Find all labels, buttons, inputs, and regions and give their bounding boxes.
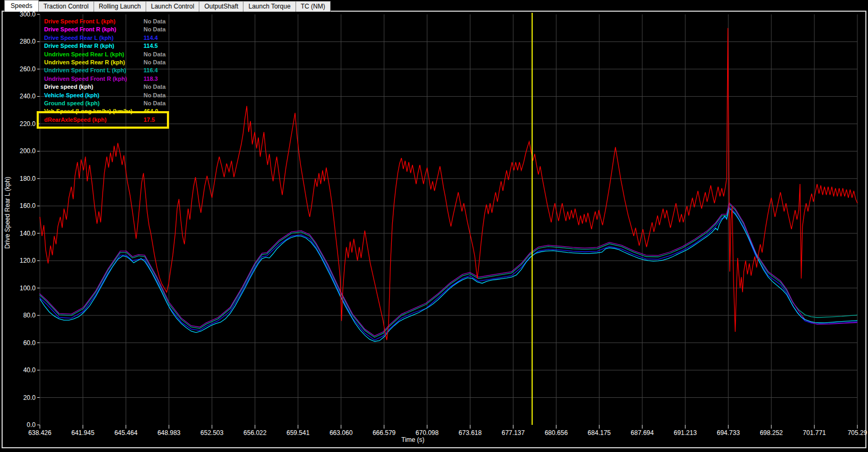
y-tick-label: 280.0: [20, 38, 36, 45]
legend-channel-label: Drive speed (kph): [44, 83, 93, 90]
legend-row[interactable]: Drive speed (kph)No Data: [44, 83, 132, 91]
legend-channel-value: No Data: [144, 51, 166, 58]
app-window: SpeedsTraction ControlRolling LaunchLaun…: [0, 0, 868, 452]
legend-channel-label: Drive Speed Front L (kph): [44, 18, 115, 24]
tab-speeds[interactable]: Speeds: [4, 0, 39, 12]
legend-channel-label: Undriven Speed Rear L (kph): [44, 51, 124, 57]
x-tick-label: 641.945: [71, 429, 95, 437]
y-tick-label: 40.0: [23, 366, 36, 374]
legend-channel-label: Undriven Speed Front R (kph): [44, 76, 127, 82]
legend-channel-label: Undriven Speed Rear R (kph): [44, 59, 125, 65]
legend-channel-value: 114.4: [144, 34, 158, 42]
tab-bar: SpeedsTraction ControlRolling LaunchLaun…: [4, 0, 330, 11]
tab-rolling-launch[interactable]: Rolling Launch: [94, 1, 146, 12]
y-tick-label: 100.0: [20, 284, 36, 292]
legend-row[interactable]: Ground speed (kph)No Data: [44, 99, 132, 107]
legend-row[interactable]: Undriven Speed Rear R (kph)No Data: [44, 58, 132, 66]
x-tick-label: 666.579: [373, 429, 396, 437]
legend-row[interactable]: Undriven Speed Rear L (kph)No Data: [44, 51, 132, 58]
highlight-box: [37, 111, 169, 129]
legend-channel-label: Drive Speed Rear R (kph): [44, 43, 114, 49]
tab-tc-nm-[interactable]: TC (NM): [296, 1, 331, 12]
y-tick-label: 120.0: [20, 257, 36, 264]
y-tick-label: 200.0: [20, 147, 36, 155]
legend-channel-value: 118.3: [144, 75, 158, 83]
legend-row[interactable]: Drive Speed Rear L (kph)114.4: [44, 34, 132, 42]
y-tick-label: 260.0: [20, 65, 36, 73]
tab-outputshaft[interactable]: OutputShaft: [199, 1, 243, 12]
x-tick-label: 645.464: [114, 429, 138, 437]
x-tick-label: 652.503: [200, 429, 224, 437]
legend-channel-value: 114.5: [144, 42, 158, 50]
x-tick-label: 694.733: [717, 429, 740, 437]
y-tick-label: 80.0: [23, 312, 36, 319]
legend-channel-value: No Data: [144, 18, 166, 26]
y-tick-label: 0.0: [27, 421, 36, 429]
x-axis-title: Time (s): [401, 436, 425, 443]
x-tick-label: 677.137: [502, 429, 525, 437]
x-tick-label: 659.541: [286, 429, 310, 437]
x-tick-label: 663.060: [330, 429, 353, 437]
y-tick-label: 240.0: [20, 93, 36, 100]
x-tick-label: 684.175: [588, 429, 611, 437]
legend-channel-label: Undriven Speed Front L (kph): [44, 67, 126, 73]
legend-row[interactable]: Drive Speed Rear R (kph)114.5: [44, 42, 132, 50]
x-tick-label: 701.771: [803, 429, 826, 437]
x-tick-label: 687.694: [631, 429, 654, 437]
x-tick-label: 648.983: [157, 429, 181, 437]
legend-channel-value: No Data: [144, 58, 166, 66]
y-axis-title: Drive Speed Rear L (kph): [4, 177, 11, 249]
legend-row[interactable]: Undriven Speed Front L (kph)116.4: [44, 66, 132, 74]
legend-channel-value: No Data: [144, 26, 166, 34]
x-tick-label: 680.656: [545, 429, 568, 437]
x-tick-label: 698.252: [760, 429, 783, 437]
legend-channel-value: No Data: [144, 91, 166, 99]
y-tick-label: 180.0: [20, 175, 36, 182]
y-tick-label: 160.0: [20, 202, 36, 210]
legend-channel-value: No Data: [144, 99, 166, 107]
x-tick-label: 673.618: [459, 429, 482, 437]
y-tick-label: 220.0: [20, 120, 36, 128]
x-tick-label: 670.098: [416, 429, 439, 437]
legend-channel-label: Vehicle Speed (kph): [44, 92, 99, 98]
channel-legend: Drive Speed Front L (kph)No DataDrive Sp…: [44, 18, 132, 124]
tab-launch-control[interactable]: Launch Control: [146, 1, 199, 12]
x-tick-label: 638.426: [28, 429, 52, 437]
legend-channel-label: Drive Speed Rear L (kph): [44, 35, 114, 41]
y-tick-label: 300.0: [20, 11, 36, 18]
legend-channel-value: 116.4: [144, 66, 158, 74]
y-tick-label: 20.0: [23, 394, 36, 401]
x-tick-label: 691.213: [674, 429, 697, 437]
legend-row[interactable]: Undriven Speed Front R (kph)118.3: [44, 75, 132, 83]
legend-row[interactable]: Drive Speed Front R (kph)No Data: [44, 26, 132, 34]
tab-traction-control[interactable]: Traction Control: [38, 1, 94, 12]
y-tick-label: 60.0: [23, 339, 36, 347]
y-tick-label: 140.0: [20, 230, 36, 237]
legend-row[interactable]: Drive Speed Front L (kph)No Data: [44, 18, 132, 26]
x-tick-label: 705.29: [848, 429, 867, 437]
legend-channel-value: No Data: [144, 83, 166, 91]
legend-channel-label: Drive Speed Front R (kph): [44, 26, 116, 32]
tab-launch-torque[interactable]: Launch Torque: [243, 1, 296, 12]
legend-row[interactable]: Vehicle Speed (kph)No Data: [44, 91, 132, 99]
legend-channel-label: Ground speed (kph): [44, 100, 100, 106]
x-tick-label: 656.022: [243, 429, 267, 437]
